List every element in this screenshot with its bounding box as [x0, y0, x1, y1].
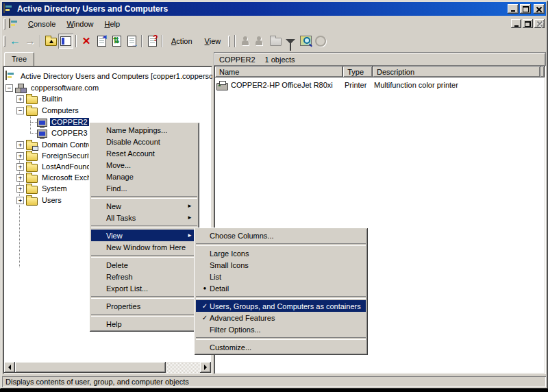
disabled-disc-icon — [315, 36, 326, 47]
expand-box[interactable]: + — [16, 152, 24, 160]
menu-separator — [91, 253, 197, 259]
status-bar: Displays contents of user, group, and co… — [1, 375, 547, 388]
forward-button[interactable]: → — [23, 34, 38, 49]
status-text: Displays contents of user, group, and co… — [5, 378, 189, 386]
child-restore-button[interactable] — [523, 19, 533, 28]
column-header-type[interactable]: Type — [343, 66, 373, 77]
back-button[interactable]: ← — [8, 34, 23, 49]
filter-button[interactable] — [283, 34, 298, 49]
list-row-printer[interactable]: COPPER2-HP OfficeJet R80xi Printer Multi… — [216, 79, 538, 90]
console-tree-icon — [60, 36, 71, 46]
aduc-root-icon — [5, 71, 18, 81]
child-minimize-button[interactable] — [511, 19, 521, 28]
tree-horizontal-scrollbar[interactable] — [4, 362, 211, 373]
tree-item-builtin[interactable]: + Builtin — [4, 93, 211, 104]
menu-item-view[interactable]: View► — [91, 230, 197, 241]
menu-item-reset-account[interactable]: Reset Account — [91, 147, 197, 159]
menu-window[interactable]: Window — [61, 19, 99, 29]
menu-item-refresh[interactable]: Refresh — [91, 271, 197, 282]
submenu-item-small-icons[interactable]: Small Icons — [196, 259, 366, 271]
rebar-grip[interactable] — [3, 19, 5, 29]
up-folder-icon — [45, 38, 57, 46]
menu-bar: Console Window Help — [2, 16, 546, 31]
minimize-button[interactable] — [508, 4, 519, 14]
action-menu[interactable]: Action — [165, 35, 199, 47]
tree-item-computers[interactable]: − Computers — [4, 105, 211, 116]
submenu-item-advanced-features[interactable]: ✓Advanced Features — [196, 312, 366, 323]
collapse-box[interactable]: − — [5, 84, 13, 92]
submenu-item-detail[interactable]: ●Detail — [196, 282, 366, 294]
maximize-button[interactable] — [520, 4, 531, 14]
show-console-tree-button[interactable] — [58, 34, 73, 49]
scroll-thumb[interactable] — [15, 362, 166, 373]
find-icon — [300, 36, 312, 46]
scroll-track[interactable] — [166, 362, 200, 373]
tree-item-domain[interactable]: − coppersoftware.com — [4, 82, 211, 93]
result-pane-banner: COPPER2 1 objects — [214, 52, 546, 66]
menu-item-help[interactable]: Help — [91, 318, 197, 330]
printer-icon — [216, 83, 228, 90]
expand-box[interactable]: + — [16, 141, 24, 149]
expand-box[interactable]: + — [16, 185, 24, 193]
view-submenu: Choose Columns... Large Icons Small Icon… — [194, 228, 368, 355]
expand-box[interactable]: + — [16, 163, 24, 171]
menu-item-disable-account[interactable]: Disable Account — [91, 136, 197, 147]
menu-separator — [196, 335, 366, 341]
collapse-box[interactable]: − — [16, 107, 24, 114]
expand-box[interactable]: + — [16, 174, 24, 182]
menu-console[interactable]: Console — [23, 19, 61, 29]
expand-box[interactable]: + — [16, 95, 24, 103]
delete-button[interactable]: ✕ — [79, 34, 94, 49]
status-field: Displays contents of user, group, and co… — [2, 376, 546, 387]
export-list-button[interactable]: → — [124, 34, 139, 49]
list-column-headers: Name Type Description — [215, 66, 545, 77]
refresh-button[interactable]: ⇅ — [109, 34, 124, 49]
toolbar-grip[interactable] — [3, 36, 5, 47]
menu-item-new[interactable]: New► — [91, 200, 197, 212]
menu-separator — [91, 294, 197, 300]
submenu-item-choose-columns[interactable]: Choose Columns... — [196, 230, 366, 241]
child-restore-icon — [525, 21, 531, 27]
filter-funnel-icon — [286, 39, 295, 44]
child-close-button[interactable] — [534, 19, 545, 28]
menu-item-properties[interactable]: Properties — [91, 300, 197, 312]
menu-item-new-window-from-here[interactable]: New Window from Here — [91, 241, 197, 253]
menu-item-delete[interactable]: Delete — [91, 259, 197, 271]
submenu-item-list[interactable]: List — [196, 271, 366, 282]
export-list-icon: → — [127, 36, 136, 47]
help-button[interactable]: ? — [145, 34, 160, 49]
submenu-item-customize[interactable]: Customize... — [196, 341, 366, 353]
scroll-right-button[interactable] — [200, 362, 211, 373]
checkmark-icon: ✓ — [201, 302, 209, 310]
view-menu[interactable]: View — [199, 35, 227, 47]
scroll-left-icon — [5, 365, 11, 370]
radio-selected-icon: ● — [201, 285, 209, 291]
toolbar-separator — [75, 35, 77, 47]
expand-box[interactable]: + — [16, 197, 24, 204]
tree-tab[interactable]: Tree — [4, 52, 34, 66]
menu-item-all-tasks[interactable]: All Tasks► — [91, 212, 197, 223]
close-button[interactable] — [534, 4, 545, 14]
menu-item-find[interactable]: Find... — [91, 182, 197, 194]
submenu-item-filter-options[interactable]: Filter Options... — [196, 323, 366, 335]
scroll-left-button[interactable] — [4, 362, 15, 373]
menu-item-export-list[interactable]: Export List... — [91, 282, 197, 294]
app-icon — [3, 4, 14, 14]
column-header-name[interactable]: Name — [215, 66, 343, 77]
submenu-item-large-icons[interactable]: Large Icons — [196, 247, 366, 259]
close-icon — [536, 7, 542, 12]
toolbar-separator — [234, 35, 236, 47]
menu-help[interactable]: Help — [99, 19, 126, 29]
minimize-icon — [511, 10, 515, 12]
properties-button[interactable]: ◄ — [94, 34, 109, 49]
menu-item-move[interactable]: Move... — [91, 159, 197, 171]
tree-item-root[interactable]: Active Directory Users and Computers [co… — [4, 71, 211, 82]
column-header-description[interactable]: Description — [373, 66, 540, 77]
toolbar-grip[interactable] — [228, 36, 230, 47]
submenu-item-users-groups-computers-as-containers[interactable]: ✓Users, Groups, and Computers as contain… — [196, 300, 366, 312]
banner-object-count: 1 objects — [265, 56, 295, 64]
menu-item-name-mappings[interactable]: Name Mappings... — [91, 124, 197, 136]
up-one-level-button[interactable] — [43, 34, 58, 49]
find-button[interactable] — [298, 34, 313, 49]
menu-item-manage[interactable]: Manage — [91, 171, 197, 182]
